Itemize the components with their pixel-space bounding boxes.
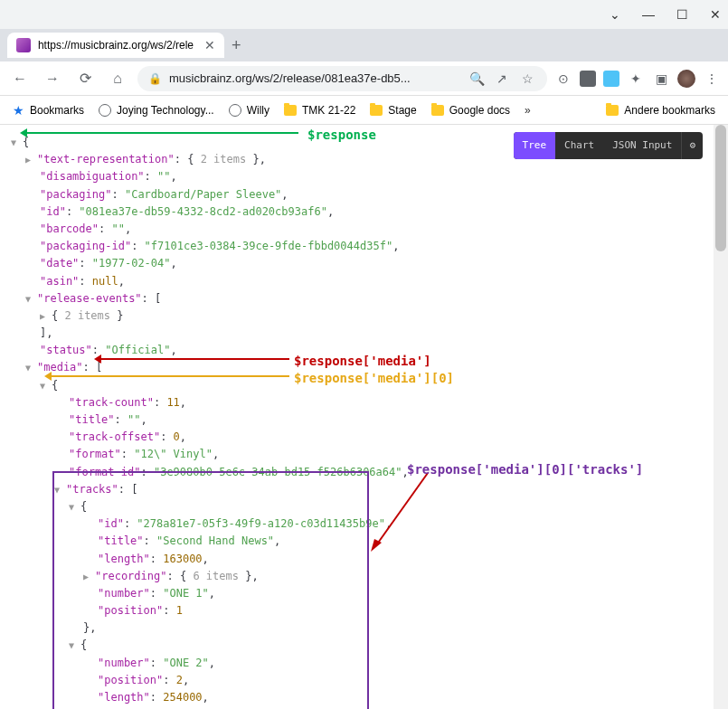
address-bar: ← → ⟳ ⌂ 🔒 musicbrainz.org/ws/2/release/0… [0,61,728,96]
annotation-arrow [369,468,432,559]
annotation-response: $response [307,125,376,145]
toggle-icon[interactable]: ▶ [25,153,34,167]
toggle-icon[interactable]: ▼ [25,292,34,307]
new-tab-button[interactable]: + [232,36,241,55]
arrow-head-icon [94,354,101,364]
chart-tab[interactable]: Chart [555,132,603,159]
tab-close-icon[interactable]: ✕ [204,38,215,52]
extension-slot-icon[interactable]: ⊙ [554,70,572,88]
arrow-head-icon [20,128,27,137]
scrollbar-thumb[interactable] [715,125,726,251]
bookmarks-root[interactable]: ★Bookmarks [7,99,90,121]
star-icon[interactable]: ☆ [518,70,536,88]
toggle-icon[interactable]: ▼ [40,379,49,393]
star-icon: ★ [13,103,24,118]
other-bookmarks[interactable]: Andere bookmarks [600,100,721,120]
bookmarks-more-icon[interactable]: » [519,104,536,117]
url-input[interactable]: 🔒 musicbrainz.org/ws/2/release/081ea37e-… [137,66,547,91]
annotation-arrow [50,375,289,377]
folder-icon [284,105,297,116]
json-row[interactable]: "date": "1977-02-04", [11,255,717,272]
window-minimize-icon[interactable]: — [642,7,655,22]
url-text: musicbrainz.org/ws/2/release/081ea37e-db… [169,71,460,85]
bookmark-tmk[interactable]: TMK 21-22 [279,100,361,120]
toggle-icon[interactable]: ▼ [25,361,34,375]
json-row[interactable]: "track-count": 11, [11,394,717,411]
bookmark-joying[interactable]: Joying Technology... [93,100,220,120]
annotation-media0: $response['media'][0] [294,368,454,388]
extension-blue-icon[interactable] [603,71,619,87]
globe-icon [229,104,241,117]
folder-icon [606,105,619,116]
profile-avatar[interactable] [677,70,695,88]
window-controls: ⌄ — ☐ ✕ [0,0,728,29]
forward-button[interactable]: → [40,66,65,91]
window-maximize-icon[interactable]: ☐ [676,7,688,22]
browser-tab-bar: https://musicbrainz.org/ws/2/rele ✕ + [0,29,728,61]
share-icon[interactable]: ↗ [493,70,511,88]
back-button[interactable]: ← [7,66,33,91]
svg-line-0 [376,473,428,545]
bookmark-stage[interactable]: Stage [364,100,421,120]
annotation-arrow [25,132,298,134]
bookmark-googledocs[interactable]: Google docs [426,100,515,120]
home-button[interactable]: ⌂ [105,66,130,91]
json-toolbar: Tree Chart JSON Input ⚙ [514,132,703,159]
reload-button[interactable]: ⟳ [72,66,98,91]
window-dropdown-icon[interactable]: ⌄ [610,7,620,22]
json-row[interactable]: ▶{ 2 items } [11,307,717,325]
toggle-icon[interactable]: ▼ [11,136,20,150]
annotation-tracks: $response['media'][0]['tracks'] [407,459,643,479]
json-row[interactable]: "barcode": "", [11,221,717,238]
globe-icon [99,104,111,117]
favicon-icon [16,38,31,52]
json-row[interactable]: "title": "", [11,411,717,429]
bookmarks-bar: ★Bookmarks Joying Technology... Willy TM… [0,96,728,125]
window-close-icon[interactable]: ✕ [710,7,721,22]
puzzle-icon[interactable]: ✦ [627,70,645,88]
bookmark-willy[interactable]: Willy [223,100,275,120]
folder-icon [431,105,444,116]
panel-icon[interactable]: ▣ [652,70,670,88]
annotation-arrow [99,358,289,360]
json-row[interactable]: "track-offset": 0, [11,429,717,446]
gear-icon[interactable]: ⚙ [681,132,703,159]
browser-tab[interactable]: https://musicbrainz.org/ws/2/rele ✕ [7,33,224,58]
arrow-head-icon [44,372,52,381]
scrollbar[interactable] [714,125,728,709]
annotation-box [52,471,369,709]
lock-icon: 🔒 [148,72,162,85]
zoom-icon[interactable]: 🔍 [468,70,486,88]
menu-icon[interactable]: ⋮ [703,70,721,88]
json-viewer: Tree Chart JSON Input ⚙ ▼{ ▶"text-repres… [0,125,728,709]
tree-tab[interactable]: Tree [514,132,556,159]
json-row[interactable]: ▼"release-events": [ [11,290,717,307]
json-row[interactable]: "packaging-id": "f7101ce3-0384-39ce-9fde… [11,238,717,255]
folder-icon [370,105,383,116]
json-row[interactable]: "packaging": "Cardboard/Paper Sleeve", [11,186,717,203]
json-input-tab[interactable]: JSON Input [603,132,681,159]
json-row: ], [11,325,717,342]
json-row[interactable]: "id": "081ea37e-db59-4332-8cd2-ad020cb93… [11,203,717,221]
json-row[interactable]: "asin": null, [11,273,717,290]
toggle-icon[interactable]: ▶ [40,309,49,324]
tab-title: https://musicbrainz.org/ws/2/rele [38,39,194,52]
json-row[interactable]: "disambiguation": "", [11,168,717,185]
extension-icon[interactable] [580,71,596,87]
